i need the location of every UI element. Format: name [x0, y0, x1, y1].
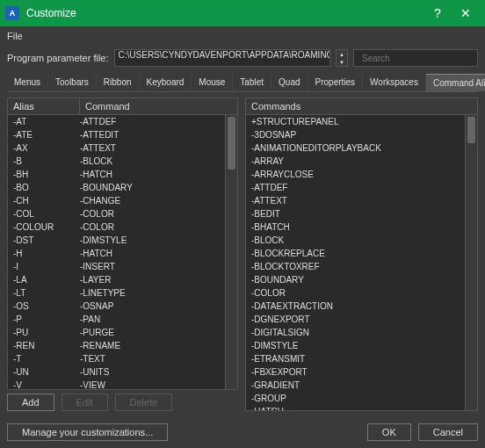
tab-workspaces[interactable]: Workspaces: [363, 74, 426, 91]
tab-toolbars[interactable]: Toolbars: [48, 74, 97, 91]
tab-keyboard[interactable]: Keyboard: [140, 74, 192, 91]
table-row[interactable]: -P-PAN: [8, 313, 237, 326]
tab-tablet[interactable]: Tablet: [233, 74, 271, 91]
tab-menus[interactable]: Menus: [7, 74, 48, 91]
edit-button: Edit: [62, 394, 108, 411]
scroll-thumb[interactable]: [228, 117, 235, 170]
table-row[interactable]: -UN-UNITS: [8, 365, 237, 379]
list-item[interactable]: -GROUP: [246, 392, 477, 405]
list-item[interactable]: -ATTDEF: [246, 181, 477, 194]
app-icon: A: [5, 6, 19, 20]
search-input[interactable]: [362, 54, 474, 63]
col-alias[interactable]: Alias: [8, 98, 80, 114]
scrollbar[interactable]: [225, 115, 237, 389]
table-row[interactable]: -H-HATCH: [8, 247, 237, 260]
window-title: Customize: [26, 7, 423, 19]
table-row[interactable]: -BH-HATCH: [8, 168, 237, 181]
commands-body[interactable]: +STRUCTUREPANEL-3DOSNAP-ANIMATIONEDITORP…: [246, 115, 477, 410]
param-row: Program parameter file: C:\USERS\CYNDYDA…: [0, 46, 485, 70]
list-item[interactable]: -DIGITALSIGN: [246, 326, 477, 339]
list-item[interactable]: -DATAEXTRACTION: [246, 300, 477, 313]
list-item[interactable]: -FBXEXPORT: [246, 365, 477, 379]
table-row[interactable]: -COLOUR-COLOR: [8, 220, 237, 234]
table-row[interactable]: -COL-COLOR: [8, 207, 237, 220]
table-row[interactable]: -V-VIEW: [8, 379, 237, 389]
tab-quad[interactable]: Quad: [271, 74, 308, 91]
table-row[interactable]: -I-INSERT: [8, 260, 237, 273]
footer: Manage your customizations... OK Cancel: [0, 416, 485, 448]
table-row[interactable]: -LA-LAYER: [8, 273, 237, 286]
content-area: Alias Command -AT-ATTDEF-ATE-ATTEDIT-AX-…: [0, 92, 485, 416]
search-icon: [358, 53, 358, 63]
list-item[interactable]: -DGNEXPORT: [246, 313, 477, 326]
tab-ribbon[interactable]: Ribbon: [97, 74, 140, 91]
alias-button-row: Add Edit Delete: [7, 390, 238, 411]
list-item[interactable]: -ARRAYCLOSE: [246, 168, 477, 181]
tab-mouse[interactable]: Mouse: [192, 74, 233, 91]
table-row[interactable]: -ATE-ATTEDIT: [8, 128, 237, 141]
table-row[interactable]: -BO-BOUNDARY: [8, 181, 237, 194]
help-button[interactable]: ?: [423, 0, 452, 26]
alias-table-body[interactable]: -AT-ATTDEF-ATE-ATTEDIT-AX-ATTEXT-B-BLOCK…: [8, 115, 237, 389]
tab-bar: MenusToolbarsRibbonKeyboardMouseTabletQu…: [7, 74, 478, 92]
list-item[interactable]: -BEDIT: [246, 207, 477, 220]
list-item[interactable]: -BLOCK: [246, 234, 477, 247]
table-row[interactable]: -AX-ATTEXT: [8, 141, 237, 155]
add-button[interactable]: Add: [7, 394, 54, 411]
tab-command-aliases[interactable]: Command Aliases: [426, 74, 485, 91]
table-row[interactable]: -LT-LINETYPE: [8, 286, 237, 300]
list-item[interactable]: -HATCH: [246, 405, 477, 410]
table-row[interactable]: -AT-ATTDEF: [8, 115, 237, 128]
table-row[interactable]: -T-TEXT: [8, 352, 237, 365]
tab-properties[interactable]: Properties: [308, 74, 364, 91]
alias-table-head: Alias Command: [8, 98, 237, 115]
menu-file[interactable]: File: [7, 31, 23, 41]
ok-button[interactable]: OK: [367, 423, 411, 441]
table-row[interactable]: -DST-DIMSTYLE: [8, 234, 237, 247]
list-item[interactable]: -ETRANSMIT: [246, 352, 477, 365]
delete-button: Delete: [115, 394, 173, 411]
list-item[interactable]: -BLOCKTOXREF: [246, 260, 477, 273]
chevron-down-icon: ▼: [337, 58, 347, 66]
col-commands[interactable]: Commands: [246, 98, 306, 114]
list-item[interactable]: +STRUCTUREPANEL: [246, 115, 477, 128]
list-item[interactable]: -DIMSTYLE: [246, 339, 477, 352]
chevron-up-icon: ▲: [337, 50, 347, 58]
commands-head: Commands: [246, 98, 477, 115]
table-row[interactable]: -PU-PURGE: [8, 326, 237, 339]
list-item[interactable]: -BLOCKREPLACE: [246, 247, 477, 260]
table-row[interactable]: -B-BLOCK: [8, 155, 237, 168]
list-item[interactable]: -3DOSNAP: [246, 128, 477, 141]
close-button[interactable]: ✕: [452, 0, 480, 26]
col-command[interactable]: Command: [80, 98, 135, 114]
list-item[interactable]: -BHATCH: [246, 220, 477, 234]
alias-pane: Alias Command -AT-ATTDEF-ATE-ATTEDIT-AX-…: [7, 98, 238, 390]
commands-pane: Commands +STRUCTUREPANEL-3DOSNAP-ANIMATI…: [245, 98, 478, 411]
param-file-input[interactable]: C:\USERS\CYNDYDAVENPORT\APPDATA\ROAMING\…: [114, 49, 330, 67]
scroll-thumb[interactable]: [467, 117, 475, 143]
table-row[interactable]: -REN-RENAME: [8, 339, 237, 352]
titlebar: A Customize ? ✕: [0, 0, 485, 26]
scrollbar[interactable]: [465, 115, 477, 410]
list-item[interactable]: -BOUNDARY: [246, 273, 477, 286]
menubar: File: [0, 26, 485, 46]
list-item[interactable]: -GRADIENT: [246, 379, 477, 392]
table-row[interactable]: -OS-OSNAP: [8, 300, 237, 313]
list-item[interactable]: -ATTEXT: [246, 194, 477, 207]
list-item[interactable]: -ANIMATIONEDITORPLAYBACK: [246, 141, 477, 155]
param-label: Program parameter file:: [7, 53, 109, 63]
manage-button[interactable]: Manage your customizations...: [7, 423, 168, 441]
search-field[interactable]: [353, 49, 478, 67]
list-item[interactable]: -COLOR: [246, 286, 477, 300]
param-stepper[interactable]: ▲▼: [336, 49, 348, 67]
table-row[interactable]: -CH-CHANGE: [8, 194, 237, 207]
cancel-button[interactable]: Cancel: [418, 423, 478, 441]
list-item[interactable]: -ARRAY: [246, 155, 477, 168]
